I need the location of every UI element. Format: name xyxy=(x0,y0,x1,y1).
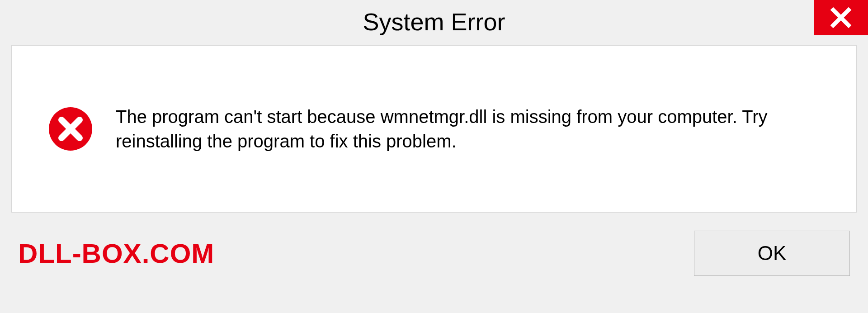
close-button[interactable] xyxy=(814,0,868,35)
dialog-title: System Error xyxy=(363,8,505,36)
footer: DLL-BOX.COM OK xyxy=(0,213,868,276)
titlebar: System Error xyxy=(0,0,868,43)
error-icon xyxy=(48,106,93,152)
ok-button[interactable]: OK xyxy=(694,231,850,276)
watermark-text: DLL-BOX.COM xyxy=(18,238,214,269)
close-icon xyxy=(830,6,852,29)
content-panel: The program can't start because wmnetmgr… xyxy=(11,45,857,213)
error-message: The program can't start because wmnetmgr… xyxy=(116,104,820,153)
